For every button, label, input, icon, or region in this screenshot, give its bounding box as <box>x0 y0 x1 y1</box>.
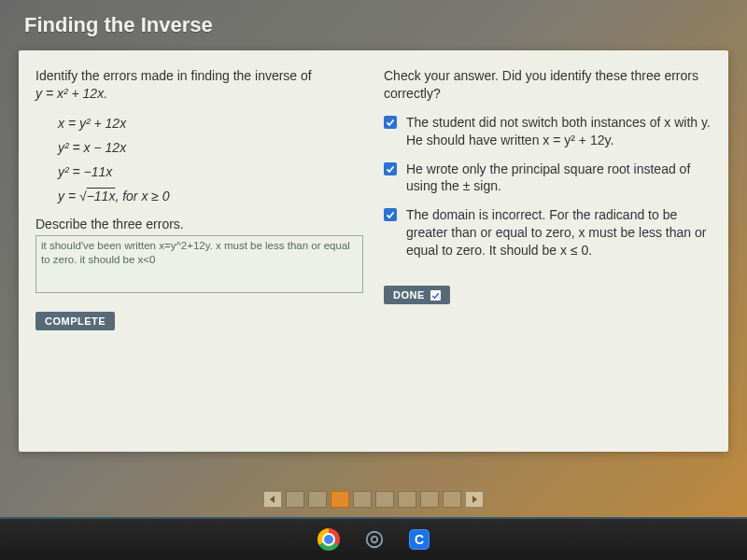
describe-label: Describe the three errors. <box>35 217 363 231</box>
work-line-1: x = y² + 12x <box>58 116 363 131</box>
svg-point-2 <box>367 532 383 548</box>
checkbox-checked-icon[interactable] <box>384 116 397 129</box>
pager-page[interactable] <box>420 491 439 508</box>
work-line-4-radicand: −11x <box>87 189 116 203</box>
error-text-3: The domain is incorrect. For the radican… <box>406 206 712 259</box>
feedback-title: Check your answer. Did you identify thes… <box>384 67 712 103</box>
complete-button[interactable]: COMPLETE <box>35 312 115 330</box>
page-title: Finding the Inverse <box>11 7 736 50</box>
error-text-2: He wrote only the principal square root … <box>406 161 712 196</box>
settings-icon[interactable] <box>364 529 385 550</box>
pager-page[interactable] <box>308 491 327 508</box>
worksheet-panel: Identify the errors made in finding the … <box>19 50 728 452</box>
pager-next-button[interactable] <box>465 491 484 508</box>
identify-prompt: Identify the errors made in finding the … <box>35 67 363 103</box>
error-item-1: The student did not switch both instance… <box>384 114 712 149</box>
pager-page[interactable] <box>398 491 416 508</box>
page-navigator <box>0 491 747 508</box>
complete-button-label: COMPLETE <box>45 315 106 327</box>
svg-marker-1 <box>472 496 477 503</box>
error-item-3: The domain is incorrect. For the radican… <box>384 206 712 259</box>
checkbox-checked-icon[interactable] <box>384 208 397 221</box>
work-line-3: y² = −11x <box>58 164 363 179</box>
work-line-4-pre: y = √ <box>58 189 87 203</box>
error-item-2: He wrote only the principal square root … <box>384 161 712 196</box>
error-text-1: The student did not switch both instance… <box>406 114 712 149</box>
pager-page[interactable] <box>375 491 394 508</box>
taskbar: C <box>0 517 747 560</box>
pager-slots <box>286 491 461 508</box>
right-column: Check your answer. Did you identify thes… <box>384 67 712 442</box>
done-button-label: DONE <box>393 289 425 301</box>
student-work: x = y² + 12x y² = x − 12x y² = −11x y = … <box>35 116 363 203</box>
svg-marker-0 <box>270 496 275 503</box>
svg-point-3 <box>372 537 377 542</box>
checkbox-checked-icon[interactable] <box>384 162 397 175</box>
screen: Finding the Inverse Identify the errors … <box>0 0 747 560</box>
done-button[interactable]: DONE <box>384 286 450 304</box>
work-line-2: y² = x − 12x <box>58 140 363 155</box>
answer-textarea[interactable] <box>35 235 363 293</box>
prompt-equation: y = x² + 12x. <box>35 86 107 101</box>
pager-page[interactable] <box>331 491 349 508</box>
prompt-text: Identify the errors made in finding the … <box>35 68 312 83</box>
left-column: Identify the errors made in finding the … <box>35 67 363 442</box>
work-line-4-post: , for x ≥ 0 <box>115 189 169 203</box>
pager-page[interactable] <box>353 491 372 508</box>
pager-page[interactable] <box>443 491 461 508</box>
chrome-icon[interactable] <box>317 528 340 551</box>
work-line-4: y = √−11x, for x ≥ 0 <box>58 189 363 203</box>
pager-page[interactable] <box>286 491 304 508</box>
c-app-icon[interactable]: C <box>409 529 430 550</box>
check-icon <box>430 290 441 301</box>
pager-prev-button[interactable] <box>263 491 282 508</box>
